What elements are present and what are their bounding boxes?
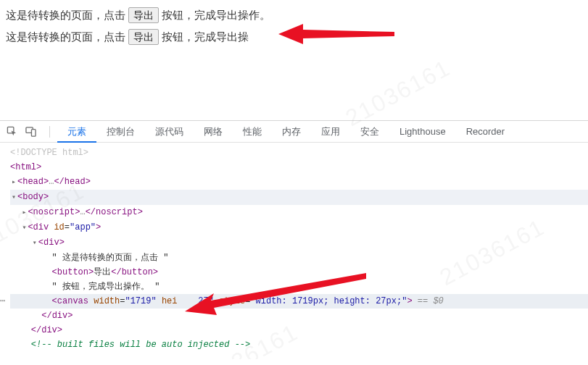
dom-button[interactable]: button xyxy=(57,267,88,277)
tab-performance[interactable]: 性能 xyxy=(233,121,272,143)
dom-noscript[interactable]: noscript xyxy=(33,207,75,217)
tab-console[interactable]: 控制台 xyxy=(96,121,145,143)
dom-text-node[interactable]: " 这是待转换的页面，点击 " xyxy=(52,253,169,263)
tab-recorder[interactable]: Recorder xyxy=(456,121,515,143)
collapse-icon[interactable]: ▾ xyxy=(20,221,28,235)
content-line-1: 这是待转换的页面，点击 导出 按钮，完成导出操作。 xyxy=(6,4,582,26)
expand-icon[interactable]: ▸ xyxy=(10,175,17,190)
dom-head[interactable]: head xyxy=(22,177,44,187)
export-button[interactable]: 导出 xyxy=(128,7,159,23)
tab-sources[interactable]: 源代码 xyxy=(145,121,194,143)
selected-node-indicator: == $0 xyxy=(418,296,444,306)
svg-rect-3 xyxy=(31,130,36,136)
dom-body[interactable]: body xyxy=(22,192,44,202)
devtools-tabbar: 元素 控制台 源代码 网络 性能 内存 应用 安全 Lighthouse Rec… xyxy=(0,121,588,143)
tab-memory[interactable]: 内存 xyxy=(272,121,311,143)
devtools-panel: 元素 控制台 源代码 网络 性能 内存 应用 安全 Lighthouse Rec… xyxy=(0,120,588,359)
tab-elements[interactable]: 元素 xyxy=(57,121,96,143)
tab-application[interactable]: 应用 xyxy=(311,121,350,143)
dom-doctype: <!DOCTYPE html> xyxy=(10,148,88,158)
device-toggle-icon[interactable] xyxy=(25,126,36,138)
collapse-icon[interactable]: ▾ xyxy=(10,190,17,205)
text-before-2: 这是待转换的页面，点击 xyxy=(6,26,125,48)
collapse-icon[interactable]: ▾ xyxy=(31,236,38,251)
text-after-1: 按钮，完成导出操作。 xyxy=(162,4,270,26)
tab-security[interactable]: 安全 xyxy=(350,121,389,143)
dom-div-app[interactable]: div xyxy=(33,222,49,232)
dom-html-open[interactable]: html xyxy=(15,162,36,172)
dom-comment[interactable]: <!-- built files will be auto injected -… xyxy=(31,340,250,350)
dom-text-node[interactable]: " 按钮，完成导出操作。 " xyxy=(52,282,160,292)
dom-canvas[interactable]: canvas xyxy=(57,296,88,306)
text-after-2: 按钮，完成导出操 xyxy=(162,26,249,48)
dom-tree[interactable]: <!DOCTYPE html> <html> ▸<head>…</head> ▾… xyxy=(0,143,588,359)
content-line-2: 这是待转换的页面，点击 导出 按钮，完成导出操 xyxy=(6,26,582,48)
tab-network[interactable]: 网络 xyxy=(194,121,233,143)
ellipsis: … xyxy=(80,207,85,217)
dom-div-inner[interactable]: div xyxy=(44,238,59,248)
export-button[interactable]: 导出 xyxy=(128,29,159,45)
text-before-1: 这是待转换的页面，点击 xyxy=(6,4,125,26)
inspect-icon[interactable] xyxy=(6,126,17,138)
rendered-page: 这是待转换的页面，点击 导出 按钮，完成导出操作。 这是待转换的页面，点击 导出… xyxy=(0,0,588,48)
tab-lighthouse[interactable]: Lighthouse xyxy=(389,121,456,143)
expand-icon[interactable]: ▸ xyxy=(20,206,28,220)
